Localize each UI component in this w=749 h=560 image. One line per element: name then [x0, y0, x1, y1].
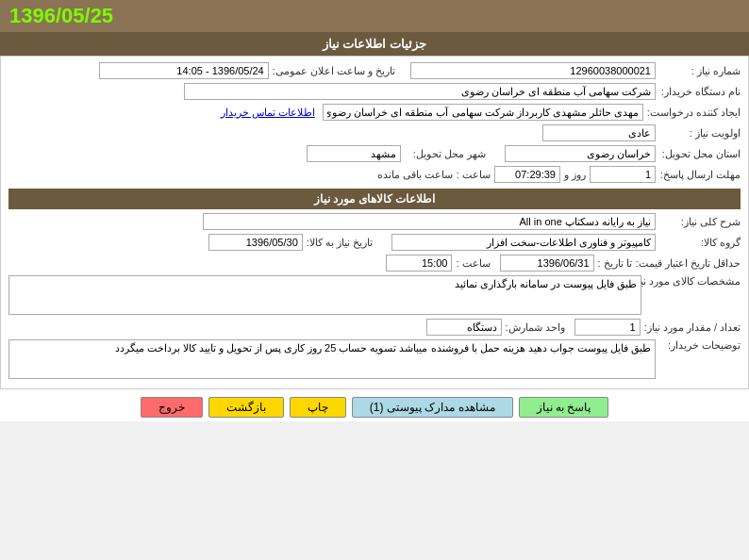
- ijad-label: ایجاد کننده درخواست:: [643, 107, 741, 119]
- moshahedat-button[interactable]: مشاهده مدارک پیوستی (1): [352, 397, 513, 418]
- vahed-label: واحد شمارش:: [502, 321, 565, 334]
- ta-tarikh-input[interactable]: [500, 255, 594, 272]
- tedad-label: تعداد / مقدار مورد نیاز:: [641, 321, 741, 334]
- ostan-label: استان محل تحویل:: [656, 148, 741, 160]
- nam-dastgah-input[interactable]: [184, 83, 656, 100]
- ostan-input[interactable]: [505, 145, 656, 162]
- tarikh-niaz-input[interactable]: [208, 234, 303, 251]
- baqi-label: ساعت باقی مانده: [374, 169, 453, 181]
- pasakh-button[interactable]: پاسخ به نیاز: [519, 397, 609, 418]
- saat-input[interactable]: [494, 166, 560, 183]
- tozi-textarea[interactable]: طبق فایل پیوست جواب دهید هزینه حمل با فر…: [8, 339, 656, 379]
- saat2-input[interactable]: [386, 255, 452, 272]
- sharh-label: شرح کلی نیاز:: [656, 216, 741, 228]
- hadaghal-label: حداقل تاریخ اعتبار قیمت:: [632, 257, 741, 270]
- sharh-input[interactable]: [203, 213, 656, 230]
- main-title: جزئیات اطلاعات نیاز: [0, 32, 749, 56]
- saat-label: ساعت :: [453, 169, 494, 181]
- tarikh-label: تاریخ و ساعت اعلان عمومی:: [269, 65, 395, 77]
- vahed-input[interactable]: [426, 319, 502, 336]
- alaviat-label: اولویت نیاز :: [656, 127, 741, 140]
- ta-tarikh-label: تا تاریخ :: [594, 257, 632, 270]
- mashkhasat-label: مشخصات کالای مورد نیاز:: [641, 275, 741, 288]
- date-banner: 1396/05/25: [0, 0, 749, 32]
- shahr-input[interactable]: [307, 145, 401, 162]
- tarikh-input[interactable]: [99, 62, 269, 79]
- bazgasht-button[interactable]: بازگشت: [208, 397, 284, 418]
- mohlat-label: مهلت ارسال پاسخ:: [656, 169, 741, 181]
- saat2-label: ساعت :: [452, 257, 490, 270]
- buttons-area: پاسخ به نیاز مشاهده مدارک پیوستی (1) چاپ…: [0, 389, 749, 421]
- nam-dastgah-label: نام دستگاه خریدار:: [656, 86, 741, 98]
- tozi-label: توضیحات خریدار:: [656, 339, 741, 352]
- tarikh-niaz-label: تاریخ نیاز به کالا:: [303, 237, 373, 249]
- roz-input[interactable]: [590, 166, 656, 183]
- khoroj-button[interactable]: خروج: [141, 397, 203, 418]
- goroh-input[interactable]: [391, 234, 656, 251]
- shomara-niaz-label: شماره نیاز :: [656, 65, 741, 77]
- chap-button[interactable]: چاپ: [290, 397, 346, 418]
- mashkhasat-textarea[interactable]: طبق فایل پیوست در سامانه بارگذاری نمائید: [8, 275, 641, 315]
- shomara-niaz-input[interactable]: [410, 62, 656, 79]
- tedad-input[interactable]: [574, 319, 641, 336]
- goroh-label: گروه کالا:: [656, 237, 741, 249]
- info-link[interactable]: اطلاعات تماس خریدار: [221, 107, 315, 119]
- ijad-input[interactable]: [323, 104, 643, 121]
- shahr-label: شهر محل تحویل:: [401, 148, 486, 160]
- section2-title: اطلاعات کالاهای مورد نیاز: [8, 189, 741, 209]
- roz-label: روز و: [560, 169, 590, 181]
- alaviat-input[interactable]: [542, 124, 656, 141]
